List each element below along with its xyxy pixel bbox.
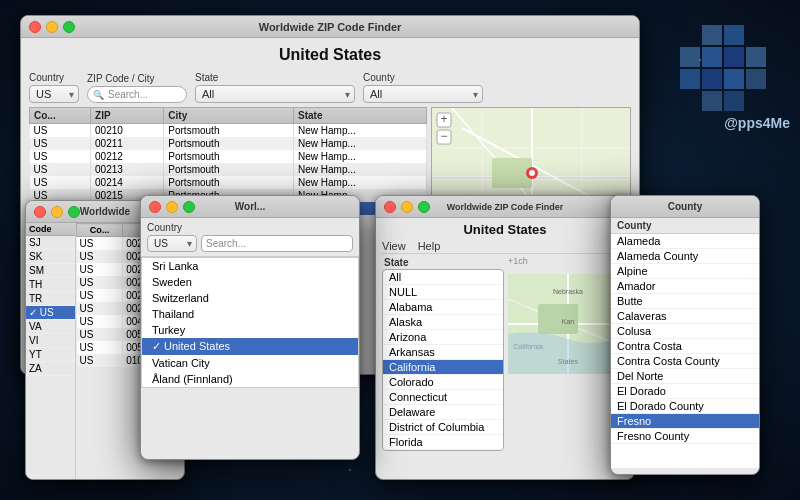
table-row[interactable]: US00211PortsmouthNew Hamp... bbox=[30, 137, 427, 150]
dropdown-country-select[interactable]: US bbox=[147, 235, 197, 252]
county-select[interactable]: All bbox=[363, 85, 483, 103]
county-list-item[interactable]: El Dorado County bbox=[611, 399, 759, 414]
right-traffic-lights bbox=[384, 201, 430, 213]
list-item[interactable]: ✓ US bbox=[26, 306, 75, 320]
maximize-button[interactable] bbox=[63, 21, 75, 33]
right-close-button[interactable] bbox=[384, 201, 396, 213]
dropdown-item[interactable]: Sweden bbox=[142, 274, 358, 290]
county-list-item[interactable]: Calaveras bbox=[611, 309, 759, 324]
table-row[interactable]: US00214PortsmouthNew Hamp... bbox=[30, 176, 427, 189]
state-select[interactable]: All bbox=[195, 85, 355, 103]
state-list-item[interactable]: Alabama bbox=[383, 300, 503, 315]
traffic-lights bbox=[29, 21, 75, 33]
county-list-item[interactable]: Colusa bbox=[611, 324, 759, 339]
svg-text:Kan: Kan bbox=[562, 318, 575, 325]
left-maximize-button[interactable] bbox=[68, 206, 80, 218]
dropdown-title-bar: Worl... bbox=[141, 196, 359, 218]
dropdown-item[interactable]: Turkey bbox=[142, 322, 358, 338]
country-select[interactable]: US bbox=[29, 85, 79, 103]
dropdown-item[interactable]: Åland (Finnland) bbox=[142, 371, 358, 387]
left-window-title: Worldwide bbox=[80, 206, 130, 217]
right-title-bar: Worldwide ZIP Code Finder bbox=[376, 196, 634, 218]
state-list-item[interactable]: All bbox=[383, 270, 503, 285]
table-row[interactable]: US00210PortsmouthNew Hamp... bbox=[30, 124, 427, 138]
app-heading: United States bbox=[29, 42, 631, 68]
country-dropdown-window: Worl... Country US Search... Sri LankaSw… bbox=[140, 195, 360, 460]
menu-view[interactable]: View bbox=[382, 240, 406, 252]
list-item[interactable]: VI bbox=[26, 334, 75, 348]
county-window-title: County bbox=[668, 201, 702, 212]
country-field-group: Country US bbox=[29, 72, 79, 103]
list-item[interactable]: YT bbox=[26, 348, 75, 362]
close-button[interactable] bbox=[29, 21, 41, 33]
svg-text:+: + bbox=[440, 112, 447, 126]
dropdown-search[interactable]: Search... bbox=[201, 235, 353, 252]
right-maximize-button[interactable] bbox=[418, 201, 430, 213]
dropdown-item[interactable]: ✓ United States bbox=[142, 338, 358, 355]
state-list-item[interactable]: Alaska bbox=[383, 315, 503, 330]
left-close-button[interactable] bbox=[34, 206, 46, 218]
zip-city-label: ZIP Code / City bbox=[87, 73, 187, 84]
search-field[interactable]: Search... bbox=[87, 86, 187, 103]
state-list-item[interactable]: Arizona bbox=[383, 330, 503, 345]
county-window: County County AlamedaAlameda CountyAlpin… bbox=[610, 195, 760, 475]
col-state: State bbox=[294, 108, 427, 124]
county-list-item[interactable]: Alameda bbox=[611, 234, 759, 249]
county-title-bar: County bbox=[611, 196, 759, 218]
county-list-item[interactable]: El Dorado bbox=[611, 384, 759, 399]
right-heading: United States bbox=[382, 220, 628, 239]
country-list: Sri LankaSwedenSwitzerlandThailandTurkey… bbox=[141, 257, 359, 388]
dropdown-window-title: Worl... bbox=[235, 201, 265, 212]
county-list-item[interactable]: Fresno bbox=[611, 414, 759, 429]
county-field-group: County All bbox=[363, 72, 483, 103]
svg-text:States: States bbox=[558, 358, 578, 365]
state-list-item[interactable]: California bbox=[383, 360, 503, 375]
county-list-item[interactable]: Fresno County bbox=[611, 429, 759, 444]
county-list-item[interactable]: Alameda County bbox=[611, 249, 759, 264]
dropdown-item[interactable]: Thailand bbox=[142, 306, 358, 322]
dropdown-item[interactable]: Switzerland bbox=[142, 290, 358, 306]
svg-text:−: − bbox=[440, 129, 447, 143]
right-minimize-button[interactable] bbox=[401, 201, 413, 213]
state-column-header: State bbox=[382, 256, 504, 269]
state-list-item[interactable]: Colorado bbox=[383, 375, 503, 390]
state-list-item[interactable]: Connecticut bbox=[383, 390, 503, 405]
state-label: State bbox=[195, 72, 355, 83]
state-list-item[interactable]: District of Columbia bbox=[383, 420, 503, 435]
list-item[interactable]: VA bbox=[26, 320, 75, 334]
county-list-item[interactable]: Alpine bbox=[611, 264, 759, 279]
county-list-item[interactable]: Contra Costa bbox=[611, 339, 759, 354]
list-item[interactable]: SJ bbox=[26, 236, 75, 250]
app-logo: @pps4Me bbox=[680, 25, 790, 131]
dropdown-item[interactable]: Vatican City bbox=[142, 355, 358, 371]
right-window-title: Worldwide ZIP Code Finder bbox=[447, 202, 564, 212]
state-list-item[interactable]: Florida bbox=[383, 435, 503, 450]
logo-text: @pps4Me bbox=[680, 115, 790, 131]
state-field-group: State All bbox=[195, 72, 355, 103]
dropdown-maximize-button[interactable] bbox=[183, 201, 195, 213]
list-item[interactable]: SM bbox=[26, 264, 75, 278]
main-title-bar: Worldwide ZIP Code Finder bbox=[21, 16, 639, 38]
state-list-item[interactable]: NULL bbox=[383, 285, 503, 300]
dropdown-country-label: Country bbox=[147, 222, 353, 233]
list-item[interactable]: ZA bbox=[26, 362, 75, 376]
col-city: City bbox=[164, 108, 294, 124]
state-list-item[interactable]: Arkansas bbox=[383, 345, 503, 360]
dropdown-minimize-button[interactable] bbox=[166, 201, 178, 213]
table-row[interactable]: US00213PortsmouthNew Hamp... bbox=[30, 163, 427, 176]
table-row[interactable]: US00212PortsmouthNew Hamp... bbox=[30, 150, 427, 163]
dropdown-item[interactable]: Sri Lanka bbox=[142, 258, 358, 274]
county-column-header: County bbox=[611, 218, 759, 234]
county-list-item[interactable]: Contra Costa County bbox=[611, 354, 759, 369]
menu-help[interactable]: Help bbox=[418, 240, 441, 252]
dropdown-close-button[interactable] bbox=[149, 201, 161, 213]
minimize-button[interactable] bbox=[46, 21, 58, 33]
list-item[interactable]: SK bbox=[26, 250, 75, 264]
list-item[interactable]: TH bbox=[26, 278, 75, 292]
list-item[interactable]: TR bbox=[26, 292, 75, 306]
left-minimize-button[interactable] bbox=[51, 206, 63, 218]
state-list-item[interactable]: Delaware bbox=[383, 405, 503, 420]
county-list-item[interactable]: Butte bbox=[611, 294, 759, 309]
county-list-item[interactable]: Del Norte bbox=[611, 369, 759, 384]
county-list-item[interactable]: Amador bbox=[611, 279, 759, 294]
